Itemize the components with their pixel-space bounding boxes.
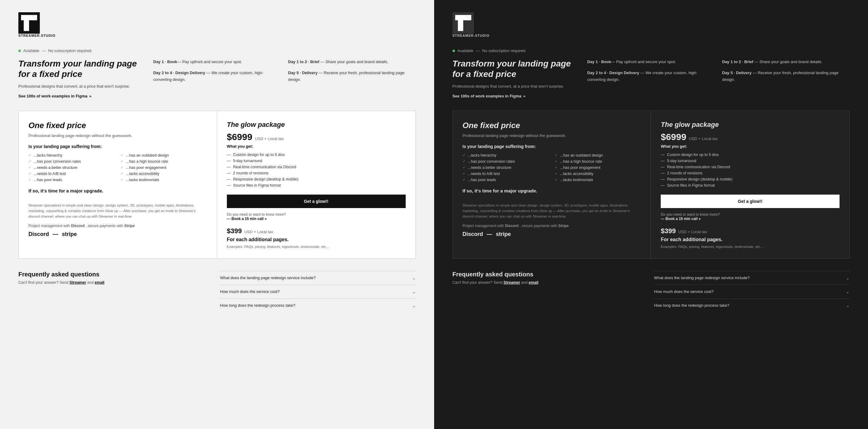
dark-no-subscription-label: No subscription required [482,49,525,53]
dark-feature-label-1: Custom design for up to 5 divs [667,152,719,157]
faq-title: Frequently asked questions [19,271,214,278]
dark-faq-item-1[interactable]: What does the landing page redesign serv… [654,271,849,285]
upgrade-text: If so, it's time for a major upgrade. [29,188,207,193]
dark-footer-text: Streamer specializes in simple and clean… [463,203,641,220]
footer-text: Streamer specializes in simple and clean… [29,203,207,220]
pricing-description: Professional landing page redesign witho… [29,133,207,138]
price-value: $6999 [227,132,252,142]
cta-button[interactable]: Get a glow!! [227,195,406,208]
dark-check-item-8: ✓...has poor engagement [555,166,641,170]
faq-item-1[interactable]: What does the landing page redesign serv… [220,271,416,285]
dark-check-label-8: ...has poor engagement [560,166,600,170]
dark-upgrade-text: If so, it's time for a major upgrade. [463,188,641,193]
check-icon-8: ✓ [121,166,123,169]
faq-grid: Frequently asked questions Can't find yo… [19,271,416,312]
dark-process-col-1: Day 1 · Book— Pay upfront and secure you… [587,59,715,98]
book-call-link[interactable]: — Book a 15 min call » [227,217,267,221]
dark-hero-link[interactable]: See 100s of work examples in Figma » [453,94,580,98]
dark-pm-discord: Discord [505,224,519,228]
know-more-text: Do you need or want to know more? [227,212,406,217]
faq-chevron-3: ⌄ [412,303,416,308]
dark-day1-book-text: — Pay upfront and secure your spot. [611,59,676,64]
check-label-9: ...lacks accessibility [126,172,159,176]
price-suffix: USD + Local tax [255,136,283,141]
additional-price: $399 USD + Local tax [227,227,406,235]
dark-check-label-2: ...has poor conversion rates [468,159,515,164]
dark-check-item-7: ✓...has a high bounce rate [555,159,641,164]
dark-check-icon-3: ✓ [463,166,465,169]
faq-item-3[interactable]: How long does the redesign process take?… [220,298,416,312]
dark-pricing-right: The glow package $6999 USD + Local tax W… [651,111,849,258]
dark-email-link[interactable]: email [529,280,538,285]
dark-logo-icon [453,12,474,34]
check-item-8: ✓...has poor engagement [121,166,207,170]
check-icon-10: ✓ [121,178,123,182]
day1-brief-bold: Day 1 to 2 · Brief [288,59,319,64]
dark-check-label-9: ...lacks accessibility [560,172,593,176]
pm-pre: Project management with [29,224,70,228]
dark-check-item-10: ✓...lacks testimonials [555,178,641,182]
dark-additional-price-value: $399 [661,227,676,235]
faq-item-2[interactable]: How much does the service cost? ⌄ [220,285,416,298]
dark-check-icon-6: ✓ [555,153,558,157]
dark-checklist-grid: ✓...lacks hierarchy ✓...has an outdated … [463,153,641,182]
dark-check-item-6: ✓...has an outdated design [555,153,641,158]
dark-cta-button[interactable]: Get a glow!! [661,195,839,208]
check-label-2: ...has poor conversion rates [34,159,81,164]
dark-check-icon-7: ✓ [555,159,558,163]
dark-feature-list: —Custom design for up to 5 divs —5-day t… [661,152,839,189]
dark-additional-examples: Examples: FAQs, pricing, features, logoc… [661,245,839,249]
dark-check-item-4: ✓...needs to A/B test [463,172,549,176]
feature-4: —2 rounds of revisions [227,170,406,176]
brand-stripe: stripe [62,231,77,237]
additional-examples: Examples: FAQs, pricing, features, logoc… [227,245,406,249]
dark-faq-item-2[interactable]: How much does the service cost? ⌄ [654,285,849,298]
dark-feature-label-5: Responsive design (desktop & mobile) [667,177,732,181]
dark-panel: STREAMER.STUDIO Available — No subscript… [434,0,868,429]
dark-feature-label-3: Real-time communication via Discord [667,165,730,169]
check-icon-4: ✓ [29,172,31,176]
dark-faq-sub-mid: and [521,280,528,285]
check-item-1: ✓...lacks hierarchy [29,153,115,158]
dark-feature-label-2: 5-day turnaround [667,159,696,163]
dark-day1-book-bold: Day 1 · Book [587,59,611,64]
dark-check-label-7: ...has a high bounce rate [560,159,602,164]
faq-questions: What does the landing page redesign serv… [220,271,416,312]
day5-delivery-bold: Day 5 · Delivery [288,70,317,75]
faq-sub-mid: and [87,280,94,285]
feature-label-4: 2 rounds of revisions [233,171,268,175]
streamer-link[interactable]: Streamer [69,280,86,285]
dark-book-call-link[interactable]: — Book a 15 min call » [661,217,701,221]
dark-streamer-link[interactable]: Streamer [504,280,520,285]
hero-subtitle: Professional designs that convert, at a … [19,83,146,89]
email-link[interactable]: email [95,280,104,285]
faq-subtitle: Can't find your answer? Send Streamer an… [19,280,214,285]
dark-check-item-2: ✓...has poor conversion rates [463,159,549,164]
feature-6: —Source files in Figma format [227,182,406,189]
dark-available-label: Available [458,49,474,53]
dark-faq-subtitle: Can't find your answer? Send Streamer an… [453,280,648,285]
dark-dash-6: — [661,183,665,188]
check-label-5: ...has poor leads [34,178,62,182]
check-icon-1: ✓ [29,153,31,157]
dark-additional-price-suffix: USD + Local tax [678,230,707,234]
check-label-3: ...needs a better structure [34,166,77,170]
hero-link[interactable]: See 100s of work examples in Figma » [19,94,146,98]
faq-chevron-1: ⌄ [412,276,416,280]
day1-brief-text: — Share your goals and brand details. [319,59,388,64]
feature-label-6: Source files in Figma format [233,183,281,188]
dark-feature-5: —Responsive design (desktop & mobile) [661,176,839,182]
check-item-7: ✓...has a high bounce rate [121,159,207,164]
dark-hero-link-arrow: » [523,94,525,98]
no-subscription-text: — [42,49,46,53]
dark-faq-item-3[interactable]: How long does the redesign process take?… [654,298,849,312]
dark-feature-label-4: 2 rounds of revisions [667,171,702,175]
package-title: The glow package [227,121,406,129]
dark-check-icon-4: ✓ [463,172,465,176]
dark-pricing-description: Professional landing page redesign witho… [463,133,641,138]
dark-available-row: Available — No subscription required [453,49,850,53]
check-icon-2: ✓ [29,159,31,163]
dark-available-dot [453,50,455,52]
dark-logo-text: STREAMER.STUDIO [453,34,850,37]
pm-mid: , secure payments with [86,224,123,228]
